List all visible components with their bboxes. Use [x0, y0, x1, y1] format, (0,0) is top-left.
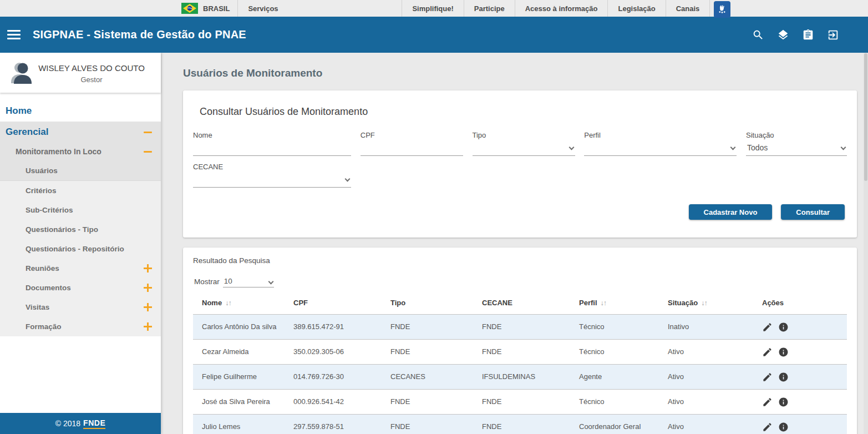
edit-pencil-icon[interactable] — [762, 322, 773, 332]
sort-icon[interactable]: ↓↑ — [601, 299, 607, 307]
app-header: SIGPNAE - Sistema de Gestão do PNAE — [0, 17, 868, 53]
gov-link-acesso-informacao[interactable]: Acesso à informação — [515, 0, 608, 17]
cell-acoes — [753, 390, 847, 415]
column-header-nome[interactable]: Nome↓↑ — [193, 295, 285, 315]
cell-cpf: 000.926.541-42 — [285, 390, 382, 415]
sort-icon[interactable]: ↓↑ — [225, 299, 231, 307]
gov-link-canais[interactable]: Canais — [666, 0, 710, 17]
cell-tipo: FNDE — [382, 415, 473, 434]
info-icon[interactable] — [778, 347, 789, 357]
clipboard-icon[interactable] — [802, 29, 814, 41]
collapse-icon[interactable] — [144, 151, 152, 153]
fnde-link[interactable]: FNDE — [83, 418, 105, 429]
gov-brand-brasil[interactable]: BRASIL — [174, 0, 237, 17]
info-icon[interactable] — [778, 422, 789, 432]
sidebar-submenu: Usuários Critérios Sub-Critérios Questio… — [0, 161, 161, 336]
cell-situacao: Ativo — [659, 415, 753, 434]
gov-link-servicos[interactable]: Serviços — [237, 0, 383, 17]
nome-field[interactable]: Nome — [193, 131, 351, 156]
cell-cecane: FNDE — [473, 340, 570, 365]
page-scrollbar[interactable] — [864, 53, 868, 434]
user-role: Gestor — [37, 75, 146, 84]
cell-acoes — [753, 315, 847, 340]
sign-language-hands-icon — [717, 4, 728, 15]
cecane-select-value[interactable] — [193, 171, 351, 188]
expand-icon[interactable] — [144, 264, 152, 272]
sidebar-item-questionarios-tipo[interactable]: Questionários - Tipo — [0, 220, 161, 239]
column-header-acoes: Ações — [753, 295, 847, 315]
cell-tipo: CECANES — [382, 365, 473, 390]
sidebar-item-reunioes[interactable]: Reuniões — [0, 259, 161, 278]
edit-pencil-icon[interactable] — [762, 372, 773, 382]
cell-perfil: Agente — [570, 365, 659, 390]
tipo-select-value[interactable] — [473, 139, 575, 156]
logout-icon[interactable] — [827, 29, 839, 41]
edit-pencil-icon[interactable] — [762, 397, 773, 407]
scrollbar-thumb[interactable] — [864, 53, 867, 181]
tipo-select[interactable]: Tipo — [473, 131, 575, 156]
sort-icon[interactable]: ↓↑ — [701, 299, 707, 307]
sidebar-item-sub-criterios[interactable]: Sub-Critérios — [0, 200, 161, 220]
cell-situacao: Inativo — [659, 315, 753, 340]
sidebar-item-home[interactable]: Home — [0, 100, 161, 122]
column-header-tipo: Tipo — [382, 295, 473, 315]
sidebar-item-documentos[interactable]: Documentos — [0, 278, 161, 297]
gov-link-simplifique[interactable]: Simplifique! — [402, 0, 463, 17]
cpf-input[interactable] — [361, 139, 463, 156]
sidebar-item-criterios[interactable]: Critérios — [0, 181, 161, 200]
table-header-row: Nome↓↑ CPF Tipo CECANE Perfil↓↑ Situação… — [193, 295, 847, 315]
sidebar: WISLEY ALVES DO COUTO Gestor Home Gerenc… — [0, 53, 161, 434]
column-header-perfil[interactable]: Perfil↓↑ — [570, 295, 659, 315]
expand-icon[interactable] — [144, 322, 152, 331]
info-icon[interactable] — [778, 397, 789, 407]
mostrar-page-size-select[interactable]: 10 — [223, 277, 274, 287]
nome-input[interactable] — [193, 139, 351, 156]
info-icon[interactable] — [778, 322, 789, 332]
gov-link-legislacao[interactable]: Legislação — [607, 0, 665, 17]
expand-icon[interactable] — [144, 284, 152, 292]
sidebar-item-visitas[interactable]: Visitas — [0, 297, 161, 317]
cecane-select[interactable]: CECANE — [193, 163, 351, 188]
sidebar-item-formacao[interactable]: Formação — [0, 317, 161, 336]
sidebar-item-questionarios-repositorio[interactable]: Questionários - Repositório — [0, 239, 161, 259]
cell-nome: José da Silva Pereira — [193, 390, 285, 415]
copyright-text: © 2018 — [55, 419, 80, 428]
table-row: Julio Lemes297.559.878-51FNDEFNDECoorden… — [193, 415, 847, 434]
perfil-select-value[interactable] — [584, 139, 737, 156]
situacao-select[interactable]: Situação Todos — [746, 131, 847, 156]
cell-cecane: IFSULDEMINAS — [473, 365, 570, 390]
gov-brand-label: BRASIL — [203, 4, 230, 13]
cell-perfil: Técnico — [570, 315, 659, 340]
cell-nome: Carlos Antônio Da silva — [193, 315, 285, 340]
sidebar-item-usuarios[interactable]: Usuários — [0, 161, 161, 181]
edit-pencil-icon[interactable] — [762, 347, 773, 357]
layers-icon[interactable] — [777, 29, 789, 41]
gov-link-participe[interactable]: Participe — [464, 0, 515, 17]
table-row: Felipe Guilherme014.769.726-30CECANESIFS… — [193, 365, 847, 390]
cell-tipo: FNDE — [382, 315, 473, 340]
info-icon[interactable] — [778, 372, 789, 382]
menu-hamburger-icon[interactable] — [7, 28, 21, 42]
cpf-field[interactable]: CPF — [361, 131, 463, 156]
expand-icon[interactable] — [144, 303, 152, 311]
cell-cecane: FNDE — [473, 415, 570, 434]
situacao-select-value[interactable]: Todos — [746, 139, 847, 156]
sidebar-item-monitoramento-in-loco[interactable]: Monitoramento In Loco — [0, 143, 161, 161]
cell-perfil: Coordenador Geral — [570, 415, 659, 434]
collapse-icon[interactable] — [144, 132, 152, 133]
cell-acoes — [753, 365, 847, 390]
perfil-select[interactable]: Perfil — [584, 131, 737, 156]
column-header-situacao[interactable]: Situação↓↑ — [659, 295, 753, 315]
edit-pencil-icon[interactable] — [762, 422, 773, 432]
cell-situacao: Ativo — [659, 340, 753, 365]
consultar-button[interactable]: Consultar — [781, 204, 845, 220]
gov-spacer — [383, 0, 402, 17]
cadastrar-novo-button[interactable]: Cadastrar Novo — [689, 204, 773, 220]
consulta-card-title: Consultar Usuários de Monitoramento — [200, 106, 847, 118]
cell-cecane: FNDE — [473, 315, 570, 340]
search-icon[interactable] — [752, 29, 764, 41]
vlibras-accessibility-button[interactable] — [714, 1, 730, 18]
cell-tipo: FNDE — [382, 390, 473, 415]
sidebar-item-gerencial[interactable]: Gerencial — [0, 122, 161, 143]
table-row: Carlos Antônio Da silva389.615.472-91FND… — [193, 315, 847, 340]
